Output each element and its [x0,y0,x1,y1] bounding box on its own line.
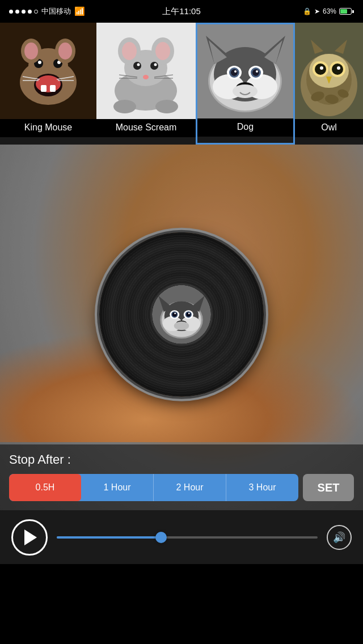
volume-icon: 🔊 [333,531,345,544]
animal-carousel: King Mouse [0,23,363,145]
mouse-scream-label: Mouse Scream [96,119,196,137]
svg-point-27 [150,62,158,70]
vinyl-center-label [150,283,213,345]
svg-rect-6 [50,85,56,92]
timer-row: 0.5H 1 Hour 2 Hour 3 Hour SET [9,474,354,501]
svg-point-29 [154,63,157,66]
dot-5 [34,10,38,14]
arrow-icon: ➤ [314,7,320,15]
volume-button[interactable]: 🔊 [327,525,352,550]
animal-item-owl[interactable]: Owl [295,23,363,145]
svg-point-14 [58,43,72,60]
owl-image [295,23,363,119]
stop-after-label: Stop After : [9,452,354,467]
status-time: 上午11:05 [162,6,201,17]
progress-bar[interactable] [57,536,318,539]
svg-point-23 [122,42,137,60]
wifi-icon: 📶 [74,6,85,16]
svg-point-9 [38,61,41,64]
status-left: 中国移动 📶 [9,6,85,16]
king-mouse-label: King Mouse [0,119,96,137]
play-icon [24,529,37,545]
lock-icon: 🔒 [303,7,311,15]
carrier-label: 中国移动 [41,6,71,16]
timer-buttons-group: 0.5H 1 Hour 2 Hour 3 Hour [9,474,298,501]
progress-thumb[interactable] [155,532,167,543]
vinyl-disk [99,232,264,396]
main-content: Stop After : 0.5H 1 Hour 2 Hour 3 Hour S… [0,145,363,510]
set-button[interactable]: SET [303,474,354,501]
animal-item-king-mouse[interactable]: King Mouse [0,23,96,145]
dot-1 [9,10,13,14]
svg-point-89 [188,312,190,314]
dog-label: Dog [197,118,293,137]
bottom-player: 🔊 [0,510,363,564]
animal-item-dog[interactable]: Dog [196,23,295,145]
progress-fill [57,536,161,539]
svg-point-88 [174,312,176,314]
svg-point-51 [231,69,238,76]
timer-btn-2h[interactable]: 2 Hour [153,474,226,501]
mouse-scream-image [96,23,196,119]
status-right: 🔒 ➤ 63% [303,7,354,15]
svg-point-28 [137,63,140,66]
stop-after-section: Stop After : 0.5H 1 Hour 2 Hour 3 Hour S… [0,444,363,510]
king-mouse-image [0,23,96,119]
battery-percent: 63% [323,7,336,15]
svg-point-30 [143,75,149,79]
dot-4 [28,10,32,14]
svg-point-53 [234,70,237,73]
timer-btn-1h[interactable]: 1 Hour [81,474,153,501]
timer-btn-0.5h[interactable]: 0.5H [9,474,81,501]
play-button[interactable] [11,519,48,556]
vinyl-record[interactable] [99,232,264,396]
svg-point-91 [174,321,189,330]
svg-point-52 [252,69,259,76]
owl-label: Owl [295,119,363,137]
svg-rect-5 [41,85,47,92]
svg-point-69 [337,66,340,70]
animal-item-mouse-scream[interactable]: Mouse Scream [96,23,196,145]
dot-3 [22,10,26,14]
signal-dots [9,10,38,14]
svg-point-26 [133,62,141,70]
battery-indicator [339,8,354,15]
status-bar: 中国移动 📶 上午11:05 🔒 ➤ 63% [0,0,363,23]
dot-2 [15,10,19,14]
svg-point-54 [256,70,258,73]
svg-point-4 [36,75,61,92]
dog-image [197,24,293,118]
svg-point-35 [113,100,136,113]
svg-point-36 [155,100,178,113]
timer-btn-3h[interactable]: 3 Hour [226,474,298,501]
svg-point-25 [155,42,170,60]
svg-point-57 [233,84,258,98]
svg-point-68 [320,66,323,70]
svg-point-12 [24,43,38,60]
